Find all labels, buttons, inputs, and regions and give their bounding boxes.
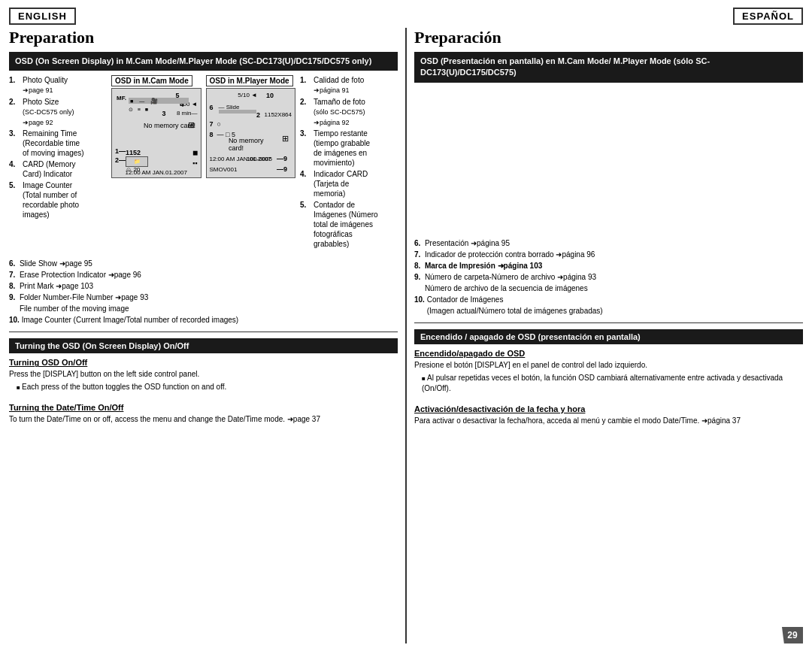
osd-header-right: OSD (Presentación en pantalla) en M.Cam … (414, 52, 803, 83)
turning-sub1-right: Encendido/apagado de OSD Presione el bot… (414, 349, 803, 394)
language-headers: ENGLISH ESPAÑOL (9, 8, 803, 25)
turning-sub2-right: Activación/desactivación de la fecha y h… (414, 404, 803, 426)
p-100005: 100-0005 (247, 156, 272, 162)
cam-num2: 2— (115, 156, 126, 164)
osd-header-left: OSD (On Screen Display) in M.Cam Mode/M.… (9, 52, 398, 71)
page-number: 29 (782, 627, 803, 643)
cam-icons: ⊙ ≡ ■ (129, 107, 148, 113)
cam-num3: 3 (162, 110, 165, 117)
p-num6: 6 (210, 104, 214, 111)
list-item: 9. Número de carpeta-Número de archivo ➜… (414, 271, 803, 294)
list-item: 1.Photo Quality➜page 91 (9, 75, 107, 95)
cam-mf: MF. (117, 95, 126, 101)
main-content: Preparation OSD (On Screen Display) in M… (9, 28, 803, 643)
list-item: 3.Remaining Time(Recordable timeof movin… (9, 129, 107, 158)
osd-player-screen: 5/10 ◄ 10 6 — Slide 1152X864 2 7 ○ 8 — □… (206, 88, 296, 178)
cam-icon-r3: ▪▪ (192, 159, 197, 167)
osd-player-block: OSD in M.Player Mode 5/10 ◄ 10 6 — Slide… (206, 75, 296, 253)
lang-english: ENGLISH (9, 8, 76, 25)
p-1152: 1152X864 (265, 111, 292, 118)
left-title: Preparation (9, 28, 398, 47)
cam-num1: 1— (115, 147, 126, 155)
turning-sub2-left: Turning the Date/Time On/Off To turn the… (9, 403, 398, 425)
p-smov: SMOV001 (210, 166, 238, 173)
p-nomemory: No memory card! (229, 137, 273, 152)
right-bottom-list: 6. Presentación ➜página 95 7. Indicador … (414, 238, 803, 316)
osd-cam-block: OSD in M.Cam Mode 5 600 ◄ 4 8 min— 3 MF.… (111, 75, 201, 253)
cam-bar: ■ — 🎥 (129, 98, 189, 104)
cam-folder-icon: 📁 (126, 156, 148, 167)
list-item: 4.CARD (MemoryCard) Indicator (9, 159, 107, 179)
list-item: 9. Folder Number-File Number ➜page 93 Fi… (9, 292, 398, 314)
cam-icon-r2: ◼ (192, 149, 198, 156)
list-item: 3.Tiempo restante(tiempo grabablede imág… (300, 129, 398, 168)
p-num2: 2 (256, 111, 260, 119)
list-item: 10. Contador de Imágenes (Imagen actual/… (414, 294, 803, 316)
list-item: 6. Slide Show ➜page 95 (9, 258, 398, 269)
list-item: 10. Image Counter (Current Image/Total n… (9, 314, 398, 326)
divider-right (414, 322, 803, 323)
lang-espanol: ESPAÑOL (733, 8, 803, 25)
osd-area-left: 1.Photo Quality➜page 91 2.Photo Size(SC-… (9, 75, 398, 253)
p-slidebar (219, 110, 256, 114)
col-english: Preparation OSD (On Screen Display) in M… (9, 28, 407, 643)
divider-left (9, 332, 398, 332)
p-num8: 8 (210, 131, 214, 138)
osd-cam-label: OSD in M.Cam Mode (111, 75, 192, 86)
right-title: Preparación (414, 28, 803, 47)
list-item: 6. Presentación ➜página 95 (414, 238, 803, 249)
left-bottom-list: 6. Slide Show ➜page 95 7. Erase Protecti… (9, 258, 398, 326)
p-num7: 7 (210, 120, 214, 128)
list-item: 7. Indicador de protección contra borrad… (414, 249, 803, 260)
p-icon7: ○ (217, 120, 221, 128)
list-item: 2.Tamaño de foto(sólo SC-DC575)➜página 9… (300, 97, 398, 127)
list-item: 8. Print Mark ➜page 103 (9, 280, 398, 292)
right-spacer (414, 87, 803, 238)
list-item: 7. Erase Protection Indicator ➜page 96 (9, 269, 398, 280)
turning-header-right: Encendido / apagado de OSD (presentación… (414, 329, 803, 344)
turning-sub1-left: Turning OSD On/Off Press the [DISPLAY] b… (9, 358, 398, 392)
p-510: 5/10 ◄ (238, 92, 257, 98)
osd-cam-screen: 5 600 ◄ 4 8 min— 3 MF. ■ — 🎥 ⊙ ≡ ■ No me… (111, 88, 201, 178)
right-num-list: 1.Calidad de foto➜página 91 2.Tamaño de … (300, 75, 398, 253)
list-item: 5.Image Counter(Total number ofrecordabl… (9, 180, 107, 220)
list-item: 8. Marca de Impresión ➜página 103 (414, 260, 803, 271)
list-item: 5.Contador deImágenes (Númerototal de im… (300, 200, 398, 249)
list-item: 4.Indicador CARD(Tarjeta dememoria) (300, 169, 398, 198)
turning-header-left: Turning the OSD (On Screen Display) On/O… (9, 338, 398, 353)
list-item: 2.Photo Size(SC-DC575 only)➜page 92 (9, 97, 107, 127)
p-9b: —9 (277, 165, 287, 173)
col-espanol: Preparación OSD (Presentación en pantall… (407, 28, 803, 643)
p-9a: —9 (277, 155, 287, 162)
cam-datetime: 12:00 AM JAN.01.2007 (126, 169, 187, 176)
p-icon-r: ⊞ (282, 134, 289, 144)
cam-8min: 8 min— (177, 110, 198, 117)
left-num-list: 1.Photo Quality➜page 91 2.Photo Size(SC-… (9, 75, 107, 253)
cam-1152: 1152 (126, 149, 141, 156)
list-item: 1.Calidad de foto➜página 91 (300, 75, 398, 95)
cam-icon-r1: ⊞ (188, 120, 195, 130)
osd-player-label: OSD in M.Player Mode (206, 75, 293, 86)
p-num10: 10 (266, 92, 274, 99)
